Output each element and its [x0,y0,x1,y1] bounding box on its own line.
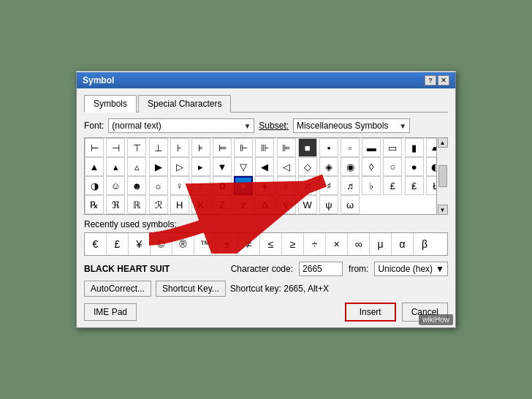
recent-cell[interactable]: ∞ [348,233,370,255]
symbol-cell[interactable]: v [277,195,296,214]
symbol-cell[interactable]: ₤ [405,176,424,195]
symbol-cell[interactable]: ⊨ [213,138,232,157]
recent-cell[interactable]: ¥ [129,233,151,255]
symbol-cell[interactable]: ▷ [170,157,189,176]
symbol-cell[interactable]: ℜ [106,195,125,214]
symbol-cell[interactable]: ▵ [127,157,146,176]
symbol-cell[interactable]: ♬ [341,176,360,195]
symbol-cell[interactable]: ♦ [255,176,274,195]
symbol-cell[interactable]: ◈ [319,157,338,176]
font-dropdown[interactable]: (normal text) ▼ [108,118,254,133]
symbol-cell[interactable]: ⊦ [170,138,189,157]
symbol-cell[interactable]: ▬ [362,138,381,157]
char-name-row: BLACK HEART SUIT Character code: from: U… [84,262,448,276]
symbol-cell[interactable]: ℛ [149,195,168,214]
symbol-cell[interactable]: W [298,195,317,214]
symbol-cell[interactable]: ▴ [106,157,125,176]
symbol-cell[interactable]: ♀ [170,176,189,195]
scroll-up-button[interactable]: ▲ [438,137,448,148]
insert-button[interactable]: Insert [345,303,396,322]
symbol-cell[interactable]: ⊧ [191,138,210,157]
symbol-cell-selected[interactable]: ♥ [234,176,253,195]
shortcut-row: AutoCorrect... Shortcut Key... Shortcut … [84,281,448,297]
scroll-thumb[interactable] [438,165,447,187]
symbol-grid-container: ⊢ ⊣ ⊤ ⊥ ⊦ ⊧ ⊨ ⊩ ⊪ ⊫ ■ ▪ ▫ ▬ ▭ ▮ [84,137,448,215]
symbol-cell[interactable]: ▮ [405,138,424,157]
symbol-cell[interactable]: ● [405,157,424,176]
symbol-cell[interactable]: ■ [298,138,317,157]
symbol-cell[interactable]: ▪ [319,138,338,157]
symbol-cell[interactable]: ◊ [362,157,381,176]
ime-pad-button[interactable]: IME Pad [84,303,137,321]
symbol-cell[interactable]: ☼ [149,176,168,195]
symbol-cell[interactable]: ○ [383,157,402,176]
symbol-cell[interactable]: Δ [255,195,274,214]
recent-cell[interactable]: € [85,233,107,255]
symbol-cell[interactable]: ⊪ [255,138,274,157]
symbol-cell[interactable]: z [234,195,253,214]
symbol-cell[interactable]: ◁ [277,157,296,176]
symbol-cell[interactable]: ℝ [127,195,146,214]
symbol-cell[interactable]: ω [341,195,360,214]
symbol-cell[interactable]: ⊢ [85,138,104,157]
recent-cell[interactable]: ≤ [260,233,282,255]
recent-cell[interactable]: ≥ [282,233,304,255]
symbol-cell[interactable]: ☻ [127,176,146,195]
symbol-cell[interactable]: ▭ [383,138,402,157]
symbol-cell[interactable]: ◉ [341,157,360,176]
scrollbar: ▲ ▼ [436,137,448,215]
symbol-cell[interactable]: K [191,195,210,214]
recent-cell[interactable]: ™ [194,233,216,255]
subset-label: Subset: [259,121,289,131]
symbol-cell[interactable]: ⊫ [277,138,296,157]
symbol-cell[interactable]: ♯ [319,176,338,195]
symbol-cell[interactable]: ℞ [85,195,104,214]
symbol-cell[interactable]: ▶ [149,157,168,176]
symbol-cell[interactable]: ♂ [191,176,210,195]
recent-cell[interactable]: ≠ [238,233,260,255]
symbol-cell[interactable]: ▼ [213,157,232,176]
subset-dropdown[interactable]: Miscellaneous Symbols ▼ [293,118,410,133]
symbol-cell[interactable]: ▽ [234,157,253,176]
close-button[interactable]: ✕ [438,75,449,86]
symbol-cell[interactable]: ◇ [298,157,317,176]
symbol-cell[interactable]: ♪ [277,176,296,195]
symbol-cell[interactable]: ◑ [85,176,104,195]
symbol-cell[interactable]: ⊤ [127,138,146,157]
recent-cell[interactable]: β [414,233,436,255]
symbol-cell[interactable]: ▸ [191,157,210,176]
recent-cell[interactable]: ÷ [304,233,326,255]
recent-cell[interactable]: £ [107,233,129,255]
symbol-cell[interactable]: ⊩ [234,138,253,157]
shortcut-info: Shortcut key: 2665, Alt+X [230,284,329,294]
symbol-cell[interactable]: ⊣ [106,138,125,157]
recent-cell[interactable]: ® [172,233,194,255]
symbol-cell[interactable]: ✿ [213,176,232,195]
shortcut-key-button[interactable]: Shortcut Key... [156,281,226,297]
symbol-cell[interactable]: ⊥ [149,138,168,157]
autocorrect-button[interactable]: AutoCorrect... [84,281,151,297]
symbol-cell[interactable]: ψ [319,195,338,214]
bottom-row: IME Pad Insert Cancel [84,303,448,322]
char-code-label: Character code: [231,264,293,274]
recent-cell[interactable]: μ [370,233,392,255]
recent-cell[interactable]: α [392,233,414,255]
recent-cell[interactable]: × [326,233,348,255]
symbol-cell[interactable]: H [170,195,189,214]
tab-symbols[interactable]: Symbols [84,95,137,113]
from-dropdown[interactable]: Unicode (hex) ▼ [374,262,448,276]
symbol-cell[interactable]: ☺ [106,176,125,195]
symbol-cell[interactable]: ◀ [255,157,274,176]
recent-cell[interactable]: ± [216,233,238,255]
tab-special-characters[interactable]: Special Characters [138,95,231,113]
char-code-input[interactable] [299,262,343,276]
scroll-down-button[interactable]: ▼ [438,205,448,215]
recent-cell[interactable]: © [151,233,172,255]
help-button[interactable]: ? [425,75,436,86]
symbol-cell[interactable]: ▫ [341,138,360,157]
symbol-cell[interactable]: ♫ [298,176,317,195]
symbol-cell[interactable]: ▲ [85,157,104,176]
symbol-cell[interactable]: Z [213,195,232,214]
symbol-cell[interactable]: ♭ [362,176,381,195]
symbol-cell[interactable]: £ [383,176,402,195]
